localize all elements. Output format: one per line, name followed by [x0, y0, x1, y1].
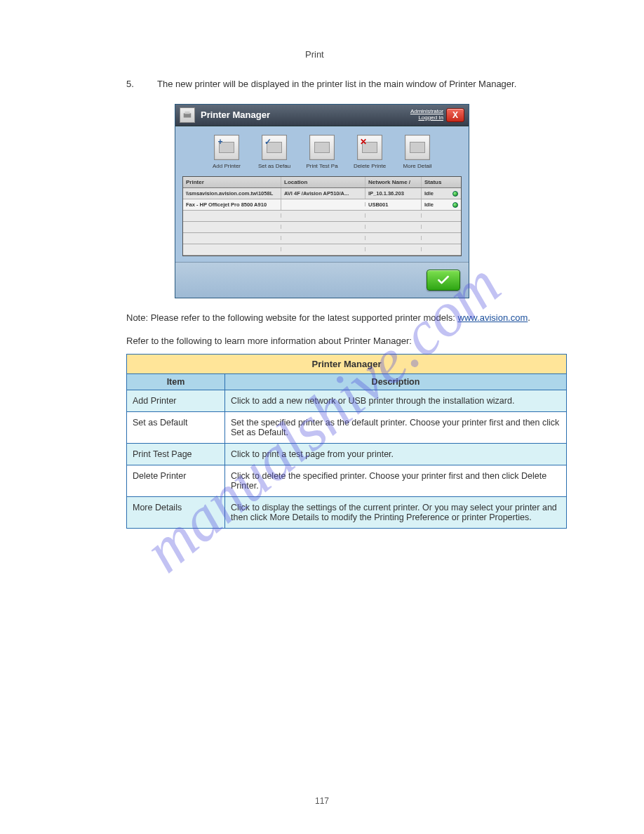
table-row: Set as Default Set the specified printer… [127, 411, 567, 443]
printer-manager-table: Printer Manager Item Description Add Pri… [126, 354, 567, 529]
table-desc-cell: Click to display the settings of the cur… [225, 496, 567, 528]
logged-in-link[interactable]: Logged In [418, 114, 443, 121]
ok-button[interactable] [427, 270, 460, 291]
more-detail-label: More Detail [403, 163, 432, 169]
printer-row-empty [183, 222, 461, 233]
printer-row-empty [183, 211, 461, 222]
printer-manager-dialog: Printer Manager Administrator Logged In … [175, 104, 469, 298]
dialog-bottom-bar [175, 262, 469, 298]
col-printer-header[interactable]: Printer [183, 177, 281, 187]
printer-row-empty [183, 244, 461, 256]
printer-row-empty [183, 233, 461, 244]
table-col-item: Item [127, 373, 225, 390]
printer-list: Printer Location Network Name / Status \… [182, 176, 462, 256]
page-header-label: Print [305, 49, 324, 60]
table-row: More Details Click to display the settin… [127, 496, 567, 528]
print-test-icon [309, 135, 335, 160]
set-default-label: Set as Defau [258, 163, 290, 169]
printer-manager-icon [180, 107, 195, 123]
table-row: Delete Printer Click to delete the speci… [127, 465, 567, 496]
svg-rect-1 [185, 111, 190, 114]
printer-network-cell: USB001 [365, 199, 422, 210]
more-detail-button[interactable]: More Detail [397, 135, 438, 169]
add-printer-icon: + [214, 135, 239, 160]
table-item-cell: Add Printer [127, 390, 225, 411]
dialog-titlebar: Printer Manager Administrator Logged In … [175, 105, 469, 126]
printer-status-cell: Idle [422, 199, 450, 210]
intro-step: 5. The new printer will be displayed in … [126, 77, 589, 91]
step-text-a: The new printer will be displayed in the… [157, 79, 449, 89]
printer-network-cell: IP_10.1.36.203 [365, 188, 422, 199]
table-desc-cell: Set the specified printer as the default… [225, 411, 567, 443]
delete-printer-label: Delete Printe [354, 163, 386, 169]
printer-name-cell: \\smsavision.avision.com.tw\1058L [183, 188, 281, 199]
printer-list-header: Printer Location Network Name / Status [183, 177, 461, 188]
table-row: Print Test Page Click to print a test pa… [127, 443, 567, 465]
table-desc-cell: Click to add a new network or USB printe… [225, 390, 567, 411]
printer-status-cell: Idle [422, 188, 450, 199]
table-row: Add Printer Click to add a new network o… [127, 390, 567, 411]
login-status[interactable]: Administrator Logged In [410, 109, 443, 121]
table-desc-cell: Click to print a test page from your pri… [225, 443, 567, 465]
check-icon [436, 273, 450, 287]
add-printer-button[interactable]: + Add Printer [206, 135, 247, 169]
set-default-button[interactable]: ✓ Set as Defau [254, 135, 295, 169]
printer-location-cell: AVI 4F /Avision AP510/A... [281, 188, 365, 199]
footer-page-number: 117 [0, 796, 644, 806]
note-text-1: Note: Please refer to the following webs… [126, 312, 458, 323]
add-printer-label: Add Printer [213, 163, 241, 169]
delete-printer-icon: ✕ [357, 135, 382, 160]
table-title: Printer Manager [127, 354, 567, 373]
table-desc-cell: Click to delete the specified printer. C… [225, 465, 567, 496]
table-item-cell: Set as Default [127, 411, 225, 443]
set-default-icon: ✓ [262, 135, 287, 160]
note-text-2: . [528, 312, 530, 323]
note-paragraph: Note: Please refer to the following webs… [126, 311, 589, 348]
table-col-desc: Description [225, 373, 567, 390]
close-button[interactable]: X [446, 108, 464, 122]
printer-row[interactable]: Fax - HP Officejet Pro 8500 A910 USB001 … [183, 199, 461, 211]
col-status-header[interactable]: Status [422, 177, 450, 187]
delete-printer-button[interactable]: ✕ Delete Printe [349, 135, 390, 169]
step-number: 5. [126, 77, 142, 91]
note-link[interactable]: www.avision.com [458, 312, 528, 323]
col-network-header[interactable]: Network Name / [365, 177, 422, 187]
step-text-b: Printer Manager [449, 79, 514, 89]
status-dot-icon [452, 202, 458, 208]
dialog-title: Printer Manager [201, 110, 410, 120]
page-content: Print 5. The new printer will be display… [0, 0, 644, 557]
print-test-label: Print Test Pa [306, 163, 337, 169]
table-item-cell: More Details [127, 496, 225, 528]
table-item-cell: Print Test Page [127, 443, 225, 465]
table-item-cell: Delete Printer [127, 465, 225, 496]
col-location-header[interactable]: Location [281, 177, 365, 187]
printer-row[interactable]: \\smsavision.avision.com.tw\1058L AVI 4F… [183, 188, 461, 199]
printer-name-cell: Fax - HP Officejet Pro 8500 A910 [183, 199, 281, 210]
step-text-c: . [514, 79, 517, 89]
status-dot-icon [452, 191, 458, 197]
print-test-button[interactable]: Print Test Pa [302, 135, 342, 169]
note-text-3: Refer to the following to learn more inf… [126, 334, 589, 348]
svg-rect-0 [184, 113, 192, 117]
printer-location-cell [281, 202, 365, 206]
admin-link[interactable]: Administrator [410, 108, 443, 114]
toolbar: + Add Printer ✓ Set as Defau Print Test … [175, 126, 469, 173]
more-detail-icon [405, 135, 430, 160]
